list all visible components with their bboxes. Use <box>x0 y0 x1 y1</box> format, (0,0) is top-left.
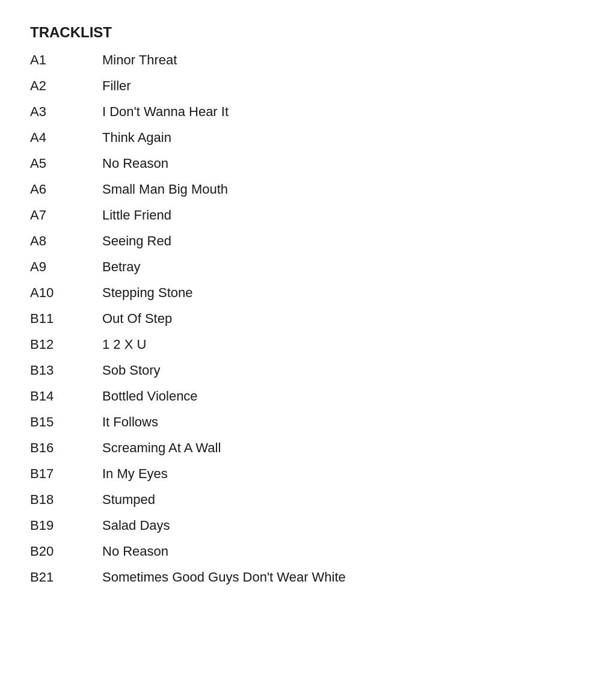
table-row: A2Filler <box>30 73 560 99</box>
track-number: B16 <box>30 435 102 461</box>
table-row: B16Screaming At A Wall <box>30 435 560 461</box>
table-row: A7Little Friend <box>30 202 560 228</box>
track-number: A10 <box>30 280 102 305</box>
table-row: B11Out Of Step <box>30 305 560 331</box>
track-title: 1 2 X U <box>102 331 560 357</box>
table-row: A5No Reason <box>30 150 560 176</box>
track-title: Sometimes Good Guys Don't Wear White <box>102 564 560 590</box>
track-number: B12 <box>30 331 102 357</box>
track-number: A8 <box>30 228 102 254</box>
track-title: Salad Days <box>102 512 560 538</box>
track-title: Seeing Red <box>102 228 560 254</box>
table-row: B14Bottled Violence <box>30 383 560 409</box>
table-row: B21Sometimes Good Guys Don't Wear White <box>30 564 560 590</box>
track-title: Minor Threat <box>102 47 560 73</box>
track-number: A6 <box>30 176 102 202</box>
track-title: Small Man Big Mouth <box>102 176 560 202</box>
track-title: Filler <box>102 73 560 99</box>
track-title: Bottled Violence <box>102 383 560 409</box>
table-row: B121 2 X U <box>30 331 560 357</box>
track-title: Out Of Step <box>102 305 560 331</box>
table-row: A3I Don't Wanna Hear It <box>30 99 560 124</box>
track-title: It Follows <box>102 409 560 435</box>
track-number: B21 <box>30 564 102 590</box>
track-title: Think Again <box>102 124 560 150</box>
track-title: Screaming At A Wall <box>102 435 560 461</box>
track-number: B13 <box>30 357 102 383</box>
table-row: A8Seeing Red <box>30 228 560 254</box>
table-row: A1Minor Threat <box>30 47 560 73</box>
track-title: No Reason <box>102 538 560 564</box>
table-row: A10Stepping Stone <box>30 280 560 305</box>
table-row: B20No Reason <box>30 538 560 564</box>
tracklist-table: A1Minor ThreatA2FillerA3I Don't Wanna He… <box>30 47 560 590</box>
track-number: A2 <box>30 73 102 99</box>
table-row: B13Sob Story <box>30 357 560 383</box>
track-title: Stepping Stone <box>102 280 560 305</box>
track-number: B14 <box>30 383 102 409</box>
table-row: B19Salad Days <box>30 512 560 538</box>
track-number: A1 <box>30 47 102 73</box>
track-title: In My Eyes <box>102 461 560 487</box>
track-title: Sob Story <box>102 357 560 383</box>
tracklist-heading: TRACKLIST <box>30 24 560 41</box>
track-number: A9 <box>30 254 102 280</box>
track-title: Stumped <box>102 487 560 512</box>
track-title: No Reason <box>102 150 560 176</box>
track-number: A3 <box>30 99 102 124</box>
track-number: A7 <box>30 202 102 228</box>
track-number: B19 <box>30 512 102 538</box>
track-title: Betray <box>102 254 560 280</box>
track-title: I Don't Wanna Hear It <box>102 99 560 124</box>
track-number: B11 <box>30 305 102 331</box>
track-number: A4 <box>30 124 102 150</box>
table-row: A9Betray <box>30 254 560 280</box>
table-row: B18Stumped <box>30 487 560 512</box>
track-number: B17 <box>30 461 102 487</box>
track-number: B18 <box>30 487 102 512</box>
track-number: B15 <box>30 409 102 435</box>
track-title: Little Friend <box>102 202 560 228</box>
table-row: A4Think Again <box>30 124 560 150</box>
table-row: A6Small Man Big Mouth <box>30 176 560 202</box>
table-row: B17In My Eyes <box>30 461 560 487</box>
track-number: B20 <box>30 538 102 564</box>
table-row: B15It Follows <box>30 409 560 435</box>
track-number: A5 <box>30 150 102 176</box>
